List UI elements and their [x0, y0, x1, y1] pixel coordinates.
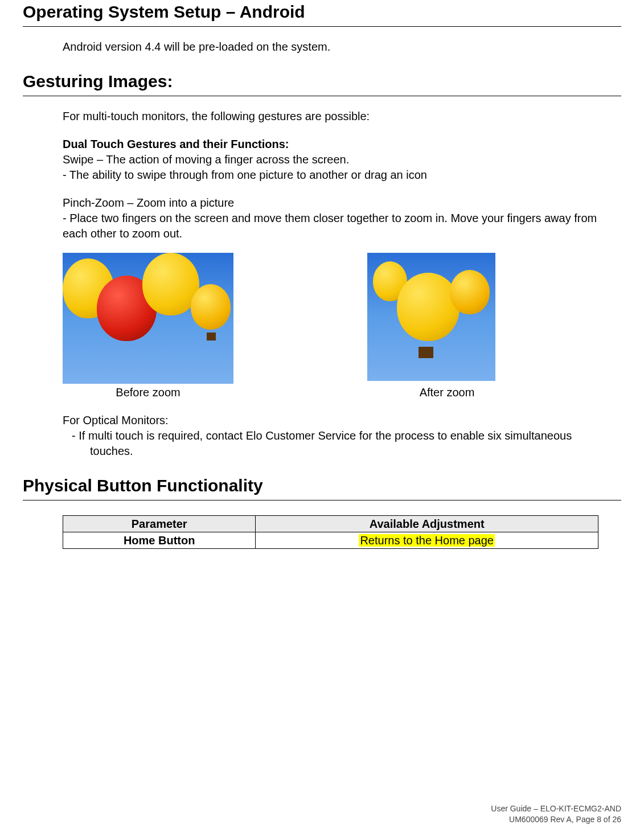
- pinch-line: Pinch-Zoom – Zoom into a picture: [63, 196, 234, 209]
- heading-gesturing: Gesturing Images:: [23, 69, 621, 96]
- dual-touch-title: Dual Touch Gestures and their Functions:: [63, 137, 598, 152]
- os-version-line: Android version 4.4 will be pre-loaded o…: [63, 39, 598, 55]
- gestures-intro: For multi-touch monitors, the following …: [63, 109, 598, 124]
- table-cell-param: Home Button: [63, 532, 256, 549]
- optical-title: For Optical Monitors:: [63, 414, 169, 426]
- footer-line1: User Guide – ELO-KIT-ECMG2-AND: [491, 804, 621, 813]
- heading-physical-button: Physical Button Functionality: [23, 474, 621, 500]
- physical-button-table: Parameter Available Adjustment Home Butt…: [63, 515, 598, 549]
- swipe-bullet: - The ability to swipe through from one …: [63, 169, 427, 181]
- before-zoom-image: [63, 253, 233, 384]
- swipe-line: Swipe – The action of moving a finger ac…: [63, 153, 349, 166]
- heading-os-setup: Operating System Setup – Android: [23, 0, 621, 27]
- caption-before-zoom: Before zoom: [63, 385, 233, 400]
- table-cell-adjust: Returns to the Home page: [256, 532, 598, 549]
- table-row: Home Button Returns to the Home page: [63, 532, 598, 549]
- after-zoom-image: [367, 253, 495, 381]
- caption-after-zoom: After zoom: [367, 385, 527, 400]
- page-footer: User Guide – ELO-KIT-ECMG2-AND UM600069 …: [491, 803, 621, 826]
- table-header-adjustment: Available Adjustment: [256, 516, 598, 532]
- pinch-desc: - Place two fingers on the screen and mo…: [63, 212, 597, 240]
- footer-line2: UM600069 Rev A, Page 8 of 26: [509, 815, 621, 824]
- table-header-parameter: Parameter: [63, 516, 256, 532]
- optical-bullet: - If multi touch is required, contact El…: [90, 428, 598, 459]
